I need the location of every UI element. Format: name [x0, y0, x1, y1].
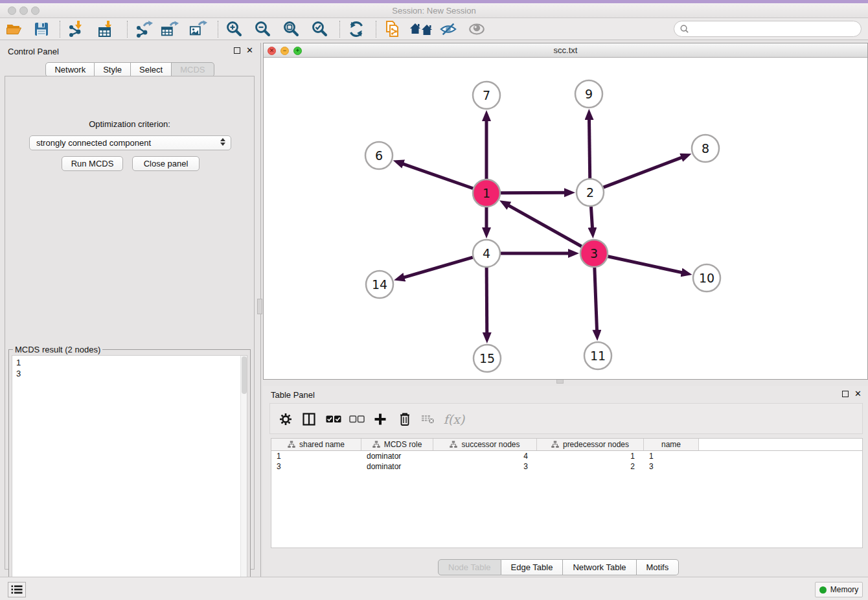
- trash-icon[interactable]: [397, 411, 413, 427]
- list-icon: [11, 585, 23, 594]
- zoom-in-icon[interactable]: [225, 20, 244, 38]
- table-cell[interactable]: 4: [433, 451, 537, 461]
- hierarchy-icon: [450, 441, 457, 448]
- column-header-mcds-role[interactable]: MCDS role: [361, 439, 433, 450]
- edge-2-9[interactable]: [589, 114, 589, 178]
- import-network-icon[interactable]: [67, 20, 86, 38]
- table-cell[interactable]: 1: [537, 451, 644, 461]
- table-row[interactable]: 1dominator411: [271, 451, 862, 461]
- tab-node-table[interactable]: Node Table: [438, 559, 501, 575]
- table-panel-title: Table Panel: [271, 390, 315, 400]
- delete-table-icon[interactable]: [420, 411, 436, 427]
- export-image-icon[interactable]: [189, 20, 207, 38]
- toolbar-separator: [218, 21, 218, 38]
- task-history-button[interactable]: [8, 582, 26, 597]
- node-6[interactable]: [365, 142, 393, 169]
- edge-4-14[interactable]: [399, 257, 473, 279]
- table-cell[interactable]: dominator: [361, 461, 433, 472]
- deselect-all-icon[interactable]: [349, 411, 365, 427]
- horizontal-divider-handle[interactable]: [556, 379, 564, 384]
- close-panel-icon[interactable]: ✕: [854, 391, 862, 397]
- edge-2-8[interactable]: [604, 156, 687, 187]
- search-field[interactable]: [674, 21, 862, 37]
- table-toolbar: f(x): [269, 403, 863, 434]
- close-panel-button[interactable]: Close panel: [132, 156, 200, 171]
- node-7[interactable]: [473, 82, 500, 109]
- hierarchy-icon: [288, 441, 295, 448]
- column-header-successor-nodes[interactable]: successor nodes: [433, 439, 537, 450]
- table-row[interactable]: 3dominator323: [271, 461, 862, 472]
- node-11[interactable]: [584, 342, 611, 369]
- edge-3-10[interactable]: [608, 257, 687, 274]
- export-table-icon[interactable]: [161, 20, 179, 38]
- node-1[interactable]: [473, 179, 500, 207]
- tab-style[interactable]: Style: [95, 62, 131, 77]
- run-mcds-button[interactable]: Run MCDS: [62, 156, 123, 171]
- float-panel-icon[interactable]: [842, 391, 849, 397]
- optimization-criterion-dropdown[interactable]: strongly connected component: [29, 135, 231, 150]
- table-cell[interactable]: 3: [271, 461, 361, 472]
- node-8[interactable]: [692, 135, 719, 162]
- edge-3-11[interactable]: [595, 268, 597, 336]
- node-9[interactable]: [575, 80, 602, 108]
- tab-motifs[interactable]: Motifs: [637, 559, 680, 575]
- zoom-selected-icon[interactable]: [311, 20, 329, 38]
- edge-1-2[interactable]: [501, 192, 570, 193]
- panel-divider-handle[interactable]: [257, 299, 262, 314]
- tab-network-table[interactable]: Network Table: [563, 559, 636, 575]
- tab-mcds[interactable]: MCDS: [172, 62, 214, 77]
- columns-icon[interactable]: [301, 411, 317, 427]
- function-icon[interactable]: f(x): [442, 411, 466, 427]
- network-canvas[interactable]: 7968124314101511: [264, 58, 867, 380]
- add-icon[interactable]: [372, 411, 388, 427]
- eye-icon[interactable]: [468, 20, 486, 38]
- hierarchy-icon: [372, 441, 380, 448]
- node-15[interactable]: [474, 345, 501, 372]
- toolbar-separator: [60, 21, 60, 38]
- network-window-title: scc.txt: [264, 45, 867, 55]
- column-header-predecessor-nodes[interactable]: predecessor nodes: [537, 439, 644, 450]
- edge-4-15[interactable]: [486, 268, 487, 338]
- table-cell[interactable]: 1: [644, 451, 699, 461]
- zoom-fit-icon[interactable]: [282, 20, 301, 38]
- float-panel-icon[interactable]: [234, 47, 240, 54]
- table-cell[interactable]: 1: [271, 451, 361, 461]
- node-14[interactable]: [366, 271, 393, 298]
- import-table-icon[interactable]: [97, 20, 115, 38]
- toolbar-separator: [127, 21, 128, 38]
- zoom-out-icon[interactable]: [254, 20, 272, 38]
- save-icon[interactable]: [32, 20, 51, 38]
- select-all-icon[interactable]: [326, 411, 341, 427]
- edge-1-6[interactable]: [398, 162, 473, 189]
- table-cell[interactable]: 2: [537, 461, 644, 472]
- tab-select[interactable]: Select: [131, 62, 172, 77]
- close-panel-icon[interactable]: ✕: [246, 47, 253, 54]
- node-3[interactable]: [580, 240, 608, 267]
- edge-2-3[interactable]: [591, 207, 593, 233]
- homes-icon[interactable]: [409, 20, 433, 38]
- search-input[interactable]: [692, 25, 861, 34]
- gear-icon[interactable]: [278, 411, 293, 427]
- table-cell[interactable]: 3: [433, 461, 537, 472]
- tab-edge-table[interactable]: Edge Table: [501, 559, 564, 575]
- main-toolbar: [0, 18, 868, 40]
- edge-3-1[interactable]: [504, 203, 582, 246]
- result-scrollbar[interactable]: [240, 356, 247, 590]
- control-panel-title: Control Panel: [8, 47, 59, 56]
- hide-eye-icon[interactable]: [439, 20, 457, 38]
- open-folder-icon[interactable]: [5, 20, 23, 38]
- table-cell[interactable]: dominator: [361, 451, 433, 461]
- table-cell[interactable]: 3: [644, 461, 699, 472]
- node-10[interactable]: [693, 264, 720, 292]
- memory-button[interactable]: Memory: [815, 582, 863, 597]
- tab-network[interactable]: Network: [45, 62, 95, 77]
- refresh-icon[interactable]: [347, 20, 365, 38]
- duplicate-network-icon[interactable]: [383, 20, 402, 38]
- mcds-result-area[interactable]: 1 3: [12, 355, 247, 590]
- network-window-titlebar[interactable]: ✕ − + scc.txt: [264, 43, 867, 58]
- column-header-shared-name[interactable]: shared name: [271, 439, 361, 450]
- node-4[interactable]: [473, 240, 500, 267]
- node-2[interactable]: [577, 179, 604, 206]
- column-header-name[interactable]: name: [644, 439, 699, 450]
- export-network-icon[interactable]: [135, 20, 153, 38]
